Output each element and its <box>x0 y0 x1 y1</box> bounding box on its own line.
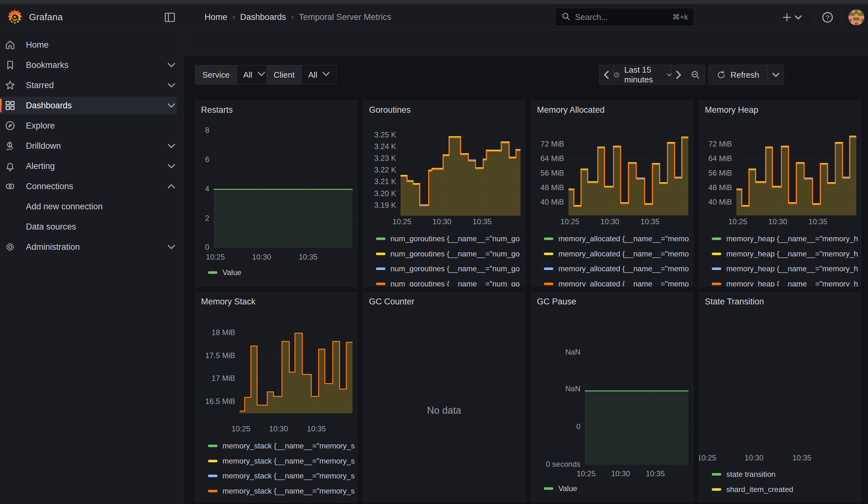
breadcrumb-item[interactable]: Home <box>205 12 227 22</box>
sidebar-item-data-sources[interactable]: Data sources <box>0 218 184 236</box>
chevron-down-icon[interactable] <box>167 60 176 70</box>
rings-icon <box>4 181 16 192</box>
legend-series-label: memory_stack {__name__="memory_s <box>223 472 355 480</box>
sidebar-item-connections[interactable]: Connections <box>0 177 184 195</box>
chevron-down-icon[interactable] <box>167 242 176 252</box>
svg-text:3.22 K: 3.22 K <box>374 165 396 174</box>
time-shift-forward-button[interactable] <box>671 65 685 85</box>
header-divider <box>814 11 814 24</box>
panel-memory_stack: Memory Stack16.5 MiB17 MiB17.5 MiB18 MiB… <box>195 292 357 502</box>
sidebar-item-label: Administration <box>26 242 80 252</box>
legend-item[interactable]: num_goroutines {__name__="num_go <box>376 279 520 287</box>
legend-item[interactable]: memory_heap {__name__="memory_h <box>712 249 858 259</box>
chevron-down-icon <box>772 71 779 78</box>
svg-text:0 seconds: 0 seconds <box>546 460 580 468</box>
chart-restarts: 0246810:2510:3010:35 <box>195 101 357 287</box>
legend-item[interactable]: memory_heap {__name__="memory_h <box>712 279 858 287</box>
variable-label: Client <box>267 65 301 84</box>
legend-series-marker <box>544 253 553 255</box>
chart-memory_allocated: 40 MiB48 MiB56 MiB64 MiB72 MiB10:2510:30… <box>531 101 693 287</box>
search-placeholder: Search... <box>575 12 668 22</box>
svg-text:10:35: 10:35 <box>473 217 492 226</box>
legend-item[interactable]: Value <box>544 483 577 494</box>
svg-text:10:30: 10:30 <box>600 217 619 226</box>
legend-series-marker <box>376 253 385 255</box>
search-icon <box>561 12 571 22</box>
panel-memory_allocated: Memory Allocated40 MiB48 MiB56 MiB64 MiB… <box>531 101 693 287</box>
legend-series-marker <box>712 473 721 475</box>
app-name: Grafana <box>29 4 63 30</box>
breadcrumb-item[interactable]: Dashboards <box>240 12 286 22</box>
add-button[interactable] <box>782 10 802 25</box>
sidebar-collapse-icon[interactable] <box>163 11 177 24</box>
legend-item[interactable]: memory_heap {__name__="memory_h <box>712 264 858 274</box>
svg-text:NaN: NaN <box>565 348 580 356</box>
legend-item[interactable]: memory_allocated {__name__="memo <box>544 234 689 244</box>
svg-text:10:25: 10:25 <box>560 217 579 226</box>
panel-memory_heap: Memory Heap40 MiB48 MiB56 MiB64 MiB72 Mi… <box>699 101 861 287</box>
legend-item[interactable]: memory_allocated {__name__="memo <box>544 249 689 259</box>
legend-item[interactable]: memory_allocated {__name__="memo <box>544 264 689 274</box>
dashboard-toolbar: Edit Export Share <box>184 30 868 56</box>
legend-series-label: memory_heap {__name__="memory_h <box>726 264 858 273</box>
svg-text:40 MiB: 40 MiB <box>708 198 732 206</box>
refresh-interval-button[interactable] <box>767 65 784 85</box>
chart-gc_pause: NaNNaN00 seconds10:2510:3010:35 <box>531 292 693 502</box>
sidebar-item-starred[interactable]: Starred <box>0 76 184 94</box>
legend-series-label: memory_allocated {__name__="memo <box>558 279 689 287</box>
sidebar-item-administration[interactable]: Administration <box>0 238 184 256</box>
legend-item[interactable]: memory_stack {__name__="memory_s <box>208 441 355 451</box>
chevron-down-icon[interactable] <box>167 101 176 110</box>
chevron-up-icon[interactable] <box>167 182 176 191</box>
variable-value-dropdown[interactable]: All <box>301 65 336 84</box>
time-range-picker[interactable]: Last 15 minutes <box>613 65 671 85</box>
svg-text:?: ? <box>826 14 829 21</box>
legend-series-label: memory_heap {__name__="memory_h <box>726 234 858 243</box>
svg-text:48 MiB: 48 MiB <box>708 183 732 192</box>
sidebar-item-explore[interactable]: Explore <box>0 117 184 134</box>
legend-series-label: memory_stack {__name__="memory_s <box>223 457 355 465</box>
sidebar-item-alerting[interactable]: Alerting <box>0 157 184 175</box>
panel-title[interactable]: GC Counter <box>369 297 414 307</box>
svg-text:10:25: 10:25 <box>699 453 716 462</box>
search-input[interactable]: Search... ⌘+k <box>555 8 694 26</box>
time-shift-back-button[interactable] <box>599 65 613 85</box>
sidebar-item-label: Drilldown <box>26 141 61 151</box>
zoom-out-button[interactable] <box>685 65 705 85</box>
legend-item[interactable]: num_goroutines {__name__="num_go <box>376 264 520 274</box>
svg-text:NaN: NaN <box>565 384 580 393</box>
user-avatar[interactable] <box>848 10 864 25</box>
gear-icon <box>4 241 16 253</box>
sidebar-item-dashboards[interactable]: Dashboards <box>0 96 177 114</box>
legend-item[interactable]: memory_stack {__name__="memory_s <box>208 471 355 481</box>
legend-item[interactable]: memory_stack {__name__="memory_s <box>208 456 355 466</box>
legend-item[interactable]: state transition <box>712 469 776 480</box>
svg-text:72 MiB: 72 MiB <box>540 140 564 148</box>
sidebar-item-bookmarks[interactable]: Bookmarks <box>0 56 184 74</box>
legend-item[interactable]: memory_allocated {__name__="memo <box>544 279 689 287</box>
sidebar-item-label: Dashboards <box>26 101 72 111</box>
sidebar-item-home[interactable]: Home <box>0 36 184 54</box>
svg-text:2: 2 <box>205 214 209 222</box>
legend-series-label: Value <box>223 268 241 277</box>
sidebar-item-drilldown[interactable]: Drilldown <box>0 137 184 155</box>
legend-series-marker <box>544 237 553 240</box>
chevron-down-icon[interactable] <box>167 161 176 171</box>
legend-item[interactable]: shard_item_created <box>712 484 793 495</box>
legend-item[interactable]: memory_heap {__name__="memory_h <box>712 234 858 244</box>
sidebar-item-add-new-connection[interactable]: Add new connection <box>0 198 184 215</box>
legend-item[interactable]: num_goroutines {__name__="num_go <box>376 249 520 259</box>
legend-item[interactable]: memory_stack {__name__="memory_s <box>208 486 355 496</box>
legend-item[interactable]: num_goroutines {__name__="num_go <box>376 234 520 244</box>
time-range-label: Last 15 minutes <box>624 65 662 85</box>
help-icon[interactable]: ? <box>821 10 834 25</box>
refresh-button[interactable]: Refresh <box>709 65 767 85</box>
svg-text:8: 8 <box>205 126 209 134</box>
legend-item[interactable]: Value <box>208 267 241 278</box>
chevron-down-icon[interactable] <box>167 141 176 151</box>
clock-icon <box>613 70 620 80</box>
panel-gc_pause: GC PauseNaNNaN00 seconds10:2510:3010:35V… <box>531 292 693 502</box>
refresh-icon <box>716 70 726 80</box>
legend-series-label: num_goroutines {__name__="num_go <box>391 279 520 287</box>
chevron-down-icon[interactable] <box>167 81 176 90</box>
